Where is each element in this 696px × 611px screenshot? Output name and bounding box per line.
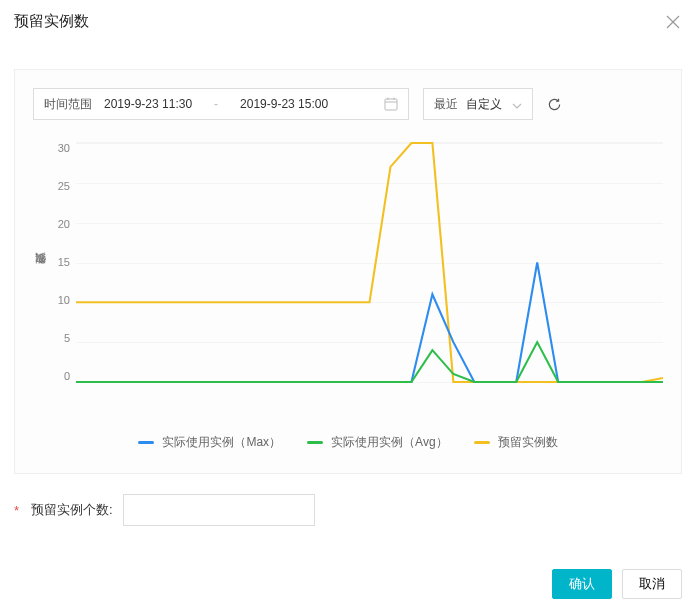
chart-panel: 时间范围 2019-9-23 11:30 - 2019-9-23 15:00 最… [14,69,682,474]
recent-label: 最近 [434,96,458,113]
date-range-separator: - [214,97,218,111]
required-asterisk: * [14,503,19,518]
date-range-start: 2019-9-23 11:30 [104,97,192,111]
legend-item-max[interactable]: 实际使用实例（Max） [138,434,281,451]
legend-label-reserved: 预留实例数 [498,434,558,451]
legend-label-max: 实际使用实例（Max） [162,434,281,451]
y-axis-ticks: 30 25 20 15 10 5 0 [54,142,76,382]
reserved-count-input[interactable] [123,494,315,526]
date-range-picker[interactable]: 时间范围 2019-9-23 11:30 - 2019-9-23 15:00 [33,88,409,120]
date-range-label: 时间范围 [44,96,92,113]
legend-swatch-max [138,441,154,444]
recent-value: 自定义 [466,96,502,113]
legend-item-avg[interactable]: 实际使用实例（Avg） [307,434,447,451]
svg-rect-0 [385,99,397,110]
legend-swatch-avg [307,441,323,444]
confirm-button[interactable]: 确认 [552,569,612,599]
chevron-down-icon [512,99,522,109]
cancel-button[interactable]: 取消 [622,569,682,599]
chart-plot-area [76,142,663,382]
date-range-end: 2019-9-23 15:00 [240,97,328,111]
refresh-icon[interactable] [547,97,562,112]
recent-select[interactable]: 最近 自定义 [423,88,533,120]
legend-item-reserved[interactable]: 预留实例数 [474,434,558,451]
series-avg [76,342,663,382]
reserved-count-label: 预留实例个数: [31,501,113,519]
legend-swatch-reserved [474,441,490,444]
series-reserved [76,143,663,382]
series-max [76,263,663,383]
chart-legend: 实际使用实例（Max） 实际使用实例（Avg） 预留实例数 [33,434,663,451]
page-title: 预留实例数 [14,12,89,31]
close-icon[interactable] [666,15,680,29]
calendar-icon [384,97,398,111]
legend-label-avg: 实际使用实例（Avg） [331,434,447,451]
